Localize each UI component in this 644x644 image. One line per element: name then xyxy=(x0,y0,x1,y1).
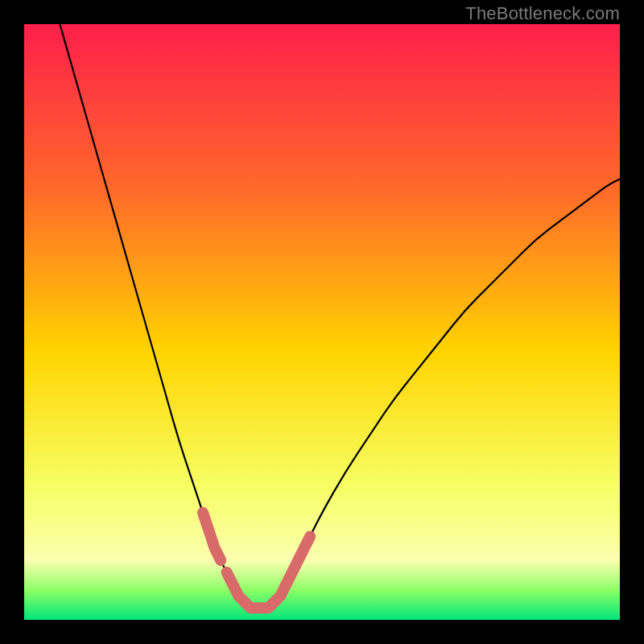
plot-area xyxy=(24,24,620,620)
bottleneck-chart xyxy=(24,24,620,620)
gradient-background xyxy=(24,24,620,620)
chart-frame: TheBottleneck.com xyxy=(0,0,644,644)
attribution-text: TheBottleneck.com xyxy=(465,3,620,24)
